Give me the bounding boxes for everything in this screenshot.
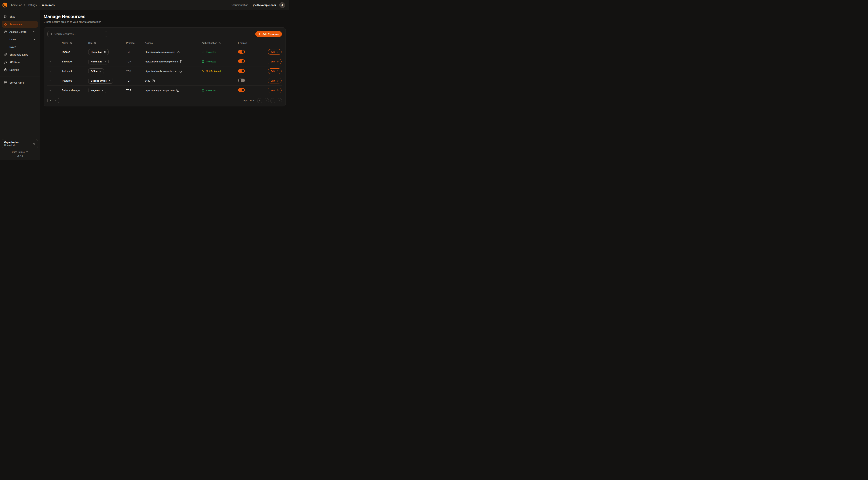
copy-button[interactable]	[179, 69, 182, 73]
toggle-knob	[242, 69, 244, 72]
row-menu-button[interactable]	[48, 59, 52, 64]
sidebar-item-shareable-links[interactable]: Shareable Links	[2, 51, 38, 58]
edit-button[interactable]: Edit	[268, 78, 282, 84]
sidebar-bottom: Organization Home Lab Open Source v1.3.0	[2, 139, 38, 157]
resource-access: 5432	[145, 80, 150, 82]
site-link-button[interactable]: Office	[88, 68, 104, 74]
site-name: Second Office	[91, 80, 106, 82]
first-page-button[interactable]	[257, 98, 262, 103]
auth-status: Protected	[202, 60, 238, 63]
sort-icon[interactable]	[94, 42, 96, 44]
ellipsis-icon	[49, 51, 51, 53]
sidebar-item-users[interactable]: Users	[2, 36, 38, 43]
enabled-toggle[interactable]	[238, 69, 245, 73]
toggle-knob	[242, 89, 244, 91]
gear-icon	[4, 68, 7, 71]
key-icon	[4, 61, 7, 64]
edit-label: Edit	[271, 60, 275, 63]
avatar[interactable]: J	[279, 2, 285, 8]
resource-name: Postgres	[62, 79, 72, 82]
sidebar-item-label: Users	[9, 38, 16, 41]
auth-status: Not Protected	[202, 70, 238, 72]
sidebar-item-label: Shareable Links	[9, 53, 28, 56]
site-name: Edge 01	[91, 89, 100, 92]
sort-icon[interactable]	[70, 42, 72, 44]
resource-access: https://bitwarden.example.com	[145, 60, 178, 63]
site-link-button[interactable]: Home Lab	[88, 49, 108, 55]
breadcrumb-settings[interactable]: settings	[28, 4, 36, 6]
documentation-link[interactable]: Documentation	[231, 4, 248, 6]
arrow-up-right-icon	[108, 80, 111, 82]
chevron-right-icon	[24, 4, 26, 6]
toggle-knob	[242, 60, 244, 63]
auth-status-label: Protected	[206, 89, 216, 92]
main-content: Manage Resources Create secure proxies t…	[40, 10, 289, 160]
toggle-knob	[239, 79, 241, 82]
brand: home-lab settings resources	[2, 2, 55, 8]
next-page-button[interactable]	[270, 98, 275, 103]
row-menu-button[interactable]	[48, 79, 52, 83]
enabled-toggle[interactable]	[238, 50, 245, 54]
breadcrumb-org[interactable]: home-lab	[11, 4, 22, 6]
sidebar-item-sites[interactable]: Sites	[2, 13, 38, 20]
sidebar-item-resources[interactable]: Resources	[2, 21, 38, 28]
sidebar-item-access-control[interactable]: Access Control	[2, 28, 38, 35]
resource-protocol: TCP	[126, 79, 131, 82]
breadcrumb-current: resources	[42, 4, 55, 6]
edit-button[interactable]: Edit	[268, 49, 282, 55]
enabled-toggle[interactable]	[238, 59, 245, 63]
resource-protocol: TCP	[126, 51, 131, 53]
page-size-select[interactable]: 20	[48, 98, 59, 103]
table-toolbar: Add Resource	[48, 31, 282, 37]
pangolin-logo-icon[interactable]	[2, 2, 8, 8]
sort-icon[interactable]	[218, 42, 221, 44]
row-menu-button[interactable]	[48, 69, 52, 73]
auth-status-label: -	[202, 80, 203, 82]
resource-access: https://immich.example.com	[145, 51, 175, 53]
sidebar-item-api-keys[interactable]: API Keys	[2, 59, 38, 66]
add-resource-button[interactable]: Add Resource	[255, 31, 282, 37]
sidebar-item-roles[interactable]: Roles	[2, 43, 38, 51]
sidebar-item-settings[interactable]: Settings	[2, 66, 38, 73]
copy-button[interactable]	[177, 50, 180, 54]
edit-button[interactable]: Edit	[268, 88, 282, 93]
prev-page-button[interactable]	[264, 98, 269, 103]
sidebar-item-label: Resources	[9, 23, 22, 26]
org-selector[interactable]: Organization Home Lab	[2, 139, 38, 148]
copy-button[interactable]	[152, 79, 155, 82]
resource-protocol: TCP	[126, 60, 131, 63]
edit-label: Edit	[271, 51, 275, 53]
site-link-button[interactable]: Edge 01	[88, 88, 106, 93]
sidebar-item-server-admin[interactable]: Server Admin	[2, 79, 38, 86]
edit-button[interactable]: Edit	[268, 59, 282, 64]
copy-button[interactable]	[180, 60, 183, 63]
site-link-button[interactable]: Home Lab	[88, 59, 108, 64]
arrow-right-icon	[276, 89, 279, 92]
site-name: Office	[91, 70, 97, 72]
search-icon	[50, 33, 52, 35]
resources-card: Add Resource Name Site Protocol Access A…	[43, 27, 286, 107]
copy-button[interactable]	[177, 89, 180, 92]
add-resource-label: Add Resource	[262, 33, 279, 35]
last-page-button[interactable]	[277, 98, 282, 103]
search-input[interactable]	[54, 33, 105, 35]
resource-name: Authentik	[62, 70, 72, 72]
open-source-label: Open Source	[12, 151, 25, 153]
table-row: Battery Manager Edge 01 TCP https://batt…	[48, 85, 282, 95]
copy-icon	[152, 80, 155, 82]
sidebar-item-label: Settings	[9, 68, 19, 71]
enabled-toggle[interactable]	[238, 88, 245, 92]
table-row: Immich Home Lab TCP https://immich.examp…	[48, 47, 282, 57]
arrow-up-right-icon	[99, 70, 101, 72]
row-menu-button[interactable]	[48, 50, 52, 54]
open-source-link[interactable]: Open Source	[2, 151, 38, 153]
ellipsis-icon	[49, 89, 51, 92]
waypoints-icon	[4, 23, 7, 26]
site-link-button[interactable]: Second Office	[88, 78, 113, 84]
user-email[interactable]: joe@example.com	[253, 4, 276, 6]
edit-button[interactable]: Edit	[268, 68, 282, 74]
row-menu-button[interactable]	[48, 88, 52, 93]
org-value: Home Lab	[4, 144, 19, 147]
enabled-toggle[interactable]	[238, 79, 245, 82]
column-header-authentication: Authentication	[202, 41, 217, 44]
